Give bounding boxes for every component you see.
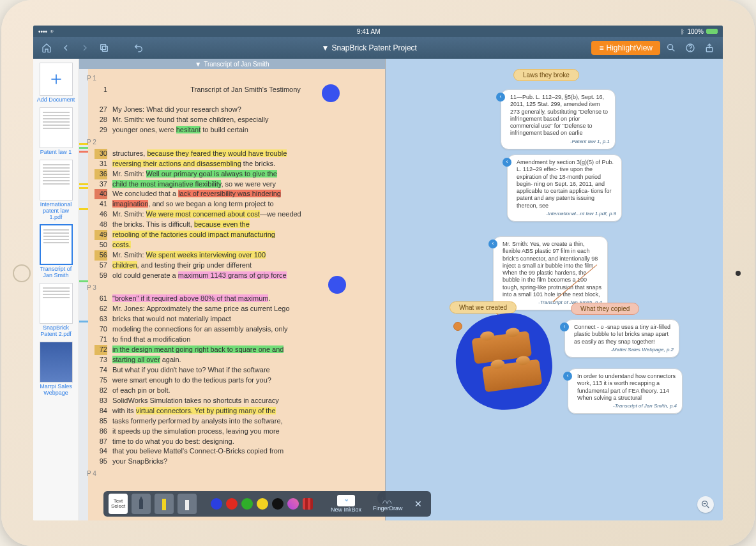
- close-toolbar-button[interactable]: ✕: [411, 499, 426, 509]
- camera-dot: [736, 271, 741, 276]
- color-swatch[interactable]: [241, 498, 253, 510]
- sidebar-doc-transcript-jan-smith[interactable]: Transcript of Jan Smith: [37, 224, 75, 279]
- new-inkbox-button[interactable]: ༄ New InkBox: [327, 495, 365, 513]
- bluetooth-icon: ᛒ: [681, 28, 684, 35]
- main-split: ▼ Transcript of Jan Smith: [79, 59, 723, 520]
- note-collapse-icon[interactable]: ‹: [560, 322, 569, 331]
- svg-rect-1: [101, 45, 106, 50]
- screen: •••• ᯤ 9:41 AM ᛒ 100% ▼ SnapBrick Patent…: [33, 26, 723, 520]
- badge-copied[interactable]: What they copied: [571, 303, 639, 315]
- undo-button[interactable]: [130, 40, 147, 56]
- content-area: Add Document Patent law 1 International …: [33, 59, 723, 520]
- transcript-body[interactable]: P 11Transcript of Jan Smith's Testimony2…: [79, 69, 385, 520]
- transcript-pane[interactable]: ▼ Transcript of Jan Smith: [79, 59, 386, 520]
- list-icon: ≡: [599, 43, 603, 52]
- note-card[interactable]: ‹ Connect - o -snap uses a tiny air-fill…: [564, 319, 679, 358]
- home-icon[interactable]: [38, 40, 55, 56]
- wifi-icon: ᯤ: [50, 28, 56, 35]
- battery-pct: 100%: [687, 28, 704, 35]
- color-swatch[interactable]: [257, 498, 268, 510]
- back-button[interactable]: [57, 40, 74, 56]
- svg-rect-8: [185, 500, 189, 510]
- transcript-header[interactable]: ▼ Transcript of Jan Smith: [79, 59, 385, 69]
- pen-tool[interactable]: [132, 494, 151, 514]
- signal-icon: ••••: [38, 28, 47, 35]
- help-button[interactable]: [682, 40, 699, 56]
- svg-rect-7: [162, 499, 166, 510]
- annotation-dot[interactable]: [328, 276, 346, 294]
- dropdown-triangle-icon: ▼: [195, 61, 201, 68]
- ipad-frame: •••• ᯤ 9:41 AM ᛒ 100% ▼ SnapBrick Patent…: [1, 0, 755, 546]
- battery-icon: [706, 29, 718, 34]
- color-swatch[interactable]: [303, 498, 313, 510]
- note-collapse-icon[interactable]: ‹: [563, 372, 572, 381]
- note-collapse-icon[interactable]: ‹: [503, 158, 511, 167]
- ink-toolbar[interactable]: Text Select ༄ New InkBox FingerDraw ✕: [103, 491, 431, 517]
- status-time: 9:41 AM: [357, 28, 381, 35]
- color-swatch[interactable]: [287, 498, 299, 510]
- highlighter-tool[interactable]: [155, 494, 174, 514]
- svg-rect-0: [102, 46, 107, 51]
- note-collapse-icon[interactable]: ‹: [496, 93, 505, 102]
- zoom-out-button[interactable]: [697, 496, 714, 513]
- annotation-dot[interactable]: [322, 84, 340, 102]
- share-button[interactable]: [701, 40, 718, 56]
- note-card[interactable]: ‹ Amendment by section 3(g)(5) of Pub. L…: [507, 155, 622, 222]
- forward-button[interactable]: [77, 40, 93, 56]
- dropdown-triangle-icon: ▼: [322, 43, 329, 52]
- color-swatch[interactable]: [226, 498, 238, 510]
- notes-canvas[interactable]: Laws they broke ‹ 11—Pub. L. 112–29, §5(…: [386, 59, 723, 520]
- note-card[interactable]: ‹ In order to understand how connectors …: [568, 368, 683, 414]
- badge-laws[interactable]: Laws they broke: [513, 69, 579, 81]
- svg-point-4: [690, 50, 691, 51]
- note-card[interactable]: ‹ Mr. Smith: Yes, we create a thin, flex…: [493, 236, 608, 310]
- sidebar-doc-marrpi-sales[interactable]: Marrpi Sales Webpage: [37, 342, 75, 397]
- status-bar: •••• ᯤ 9:41 AM ᛒ 100%: [33, 26, 723, 37]
- svg-point-2: [668, 45, 673, 50]
- fingerdraw-button[interactable]: FingerDraw: [369, 496, 407, 512]
- eraser-tool[interactable]: [178, 494, 197, 514]
- note-card[interactable]: ‹ 11—Pub. L. 112–29, §5(b), Sept. 16, 20…: [501, 89, 616, 149]
- top-toolbar: ▼ SnapBrick Patent Project ≡ HighlightVi…: [33, 37, 723, 59]
- project-title[interactable]: ▼ SnapBrick Patent Project: [322, 43, 417, 52]
- note-collapse-icon[interactable]: ‹: [488, 239, 497, 248]
- search-button[interactable]: [663, 40, 679, 56]
- add-document-button[interactable]: Add Document: [37, 63, 75, 103]
- note-collapse-icon[interactable]: [453, 322, 462, 331]
- sidebar-doc-patent-law-1[interactable]: Patent law 1: [37, 107, 75, 156]
- home-button[interactable]: [13, 264, 31, 282]
- badge-created[interactable]: What we created: [450, 301, 517, 314]
- color-swatch[interactable]: [272, 498, 284, 510]
- highlight-view-button[interactable]: ≡ HighlightView: [591, 41, 660, 55]
- sidebar-doc-snapbrick-patent-2[interactable]: SnapBrick Patent 2.pdf: [37, 283, 75, 338]
- color-swatch[interactable]: [211, 498, 222, 510]
- document-sidebar[interactable]: Add Document Patent law 1 International …: [33, 59, 79, 520]
- copy-icon[interactable]: [96, 40, 112, 56]
- text-select-tool[interactable]: Text Select: [109, 494, 128, 514]
- sidebar-doc-intl-patent-law[interactable]: International patent law 1.pdf: [37, 160, 75, 221]
- brick-illustration[interactable]: [450, 308, 557, 416]
